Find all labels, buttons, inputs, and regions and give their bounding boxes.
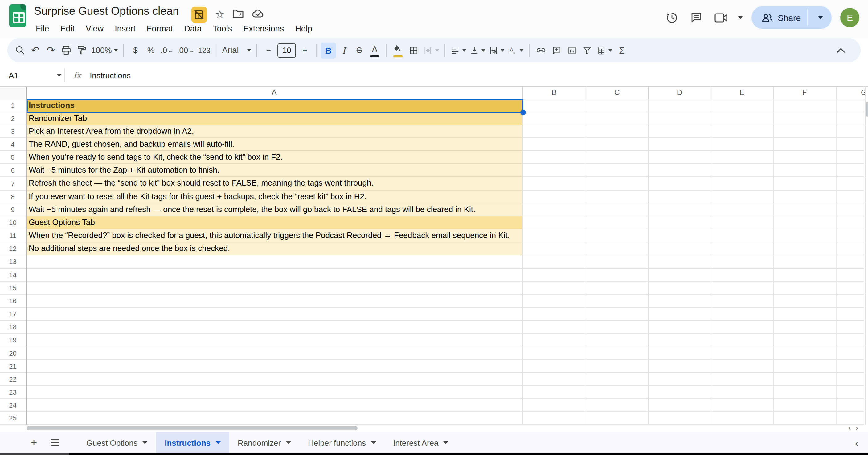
cell-G7[interactable] [836, 177, 865, 190]
cell-B20[interactable] [523, 347, 586, 360]
cell-G2[interactable] [836, 112, 865, 125]
print-icon[interactable] [59, 42, 74, 58]
cell-F10[interactable] [773, 216, 836, 229]
cell-E9[interactable] [711, 204, 773, 216]
row-header-19[interactable]: 19 [0, 334, 26, 347]
cell-B10[interactable] [523, 216, 586, 229]
format-currency-button[interactable]: $ [128, 42, 143, 58]
text-rotation-button[interactable]: A [506, 42, 525, 58]
cell-D16[interactable] [648, 295, 711, 308]
cell-G25[interactable] [836, 412, 865, 425]
meet-dropdown-caret-icon[interactable] [738, 16, 743, 19]
cell-F25[interactable] [773, 412, 836, 425]
cell-E16[interactable] [711, 295, 773, 308]
share-button[interactable]: Share [751, 6, 832, 29]
star-icon[interactable]: ☆ [215, 6, 225, 23]
cell-C21[interactable] [586, 360, 649, 373]
cell-G23[interactable] [836, 386, 865, 399]
cell-E2[interactable] [711, 112, 773, 125]
cell-G10[interactable] [836, 216, 865, 229]
cell-B21[interactable] [523, 360, 586, 373]
cell-C1[interactable] [586, 99, 649, 112]
cell-D8[interactable] [648, 190, 711, 203]
row-header-12[interactable]: 12 [0, 242, 26, 255]
cell-E20[interactable] [711, 347, 773, 360]
cell-B5[interactable] [523, 151, 586, 164]
cell-F24[interactable] [773, 399, 836, 412]
cell-D21[interactable] [648, 360, 711, 373]
cell-B3[interactable] [523, 125, 586, 138]
vertical-scrollbar[interactable] [865, 87, 868, 425]
cell-D25[interactable] [648, 412, 711, 425]
tabbar-collapse-icon[interactable]: ‹ [855, 437, 858, 448]
cell-D24[interactable] [648, 399, 711, 412]
cell-A19[interactable] [26, 334, 523, 347]
cell-B11[interactable] [523, 229, 586, 242]
comments-icon[interactable] [688, 9, 704, 26]
cell-F12[interactable] [773, 242, 836, 255]
cell-A17[interactable] [26, 308, 523, 321]
cell-B8[interactable] [523, 190, 586, 203]
cell-D5[interactable] [648, 151, 711, 164]
name-box-caret-icon[interactable] [57, 74, 62, 77]
undo-icon[interactable]: ↶ [28, 42, 43, 58]
cell-F6[interactable] [773, 164, 836, 177]
cell-F20[interactable] [773, 347, 836, 360]
strikethrough-button[interactable]: S [351, 42, 367, 58]
fill-color-button[interactable] [390, 42, 406, 58]
cell-F19[interactable] [773, 334, 836, 347]
cell-B14[interactable] [523, 269, 586, 281]
cell-D17[interactable] [648, 308, 711, 321]
row-header-8[interactable]: 8 [0, 190, 26, 203]
cell-C2[interactable] [586, 112, 649, 125]
sheet-tab-caret-icon[interactable] [143, 442, 147, 444]
cell-B17[interactable] [523, 308, 586, 321]
insert-chart-icon[interactable] [564, 42, 580, 58]
column-header-B[interactable]: B [523, 87, 586, 98]
cell-E6[interactable] [711, 164, 773, 177]
cell-F5[interactable] [773, 151, 836, 164]
cell-D20[interactable] [648, 347, 711, 360]
cell-F7[interactable] [773, 177, 836, 190]
row-header-24[interactable]: 24 [0, 399, 26, 412]
paint-format-icon[interactable] [74, 42, 89, 58]
cell-F11[interactable] [773, 229, 836, 242]
cell-G17[interactable] [836, 308, 865, 321]
cell-B25[interactable] [523, 412, 586, 425]
cell-A15[interactable] [26, 281, 523, 294]
cell-G4[interactable] [836, 138, 865, 151]
cell-E11[interactable] [711, 229, 773, 242]
functions-button[interactable]: Σ [614, 42, 629, 58]
name-box[interactable]: A1 [0, 70, 62, 80]
cells-area[interactable]: InstructionsRandomizer TabPick an Intere… [26, 99, 865, 425]
cell-F23[interactable] [773, 386, 836, 399]
cell-B22[interactable] [523, 373, 586, 386]
cell-F9[interactable] [773, 204, 836, 216]
sheet-tab-guest-options[interactable]: Guest Options [78, 432, 156, 453]
cell-E5[interactable] [711, 151, 773, 164]
cell-D7[interactable] [648, 177, 711, 190]
menu-help[interactable]: Help [289, 22, 318, 35]
cell-E4[interactable] [711, 138, 773, 151]
cell-A14[interactable] [26, 269, 523, 281]
row-header-14[interactable]: 14 [0, 269, 26, 281]
select-all-corner[interactable] [0, 87, 26, 99]
cell-A2[interactable]: Randomizer Tab [26, 112, 523, 125]
font-size-input[interactable]: 10 [277, 43, 296, 58]
cell-D2[interactable] [648, 112, 711, 125]
insert-link-icon[interactable] [533, 42, 549, 58]
row-header-22[interactable]: 22 [0, 373, 26, 386]
borders-button[interactable] [406, 42, 421, 58]
row-header-3[interactable]: 3 [0, 125, 26, 138]
cell-D23[interactable] [648, 386, 711, 399]
cell-G20[interactable] [836, 347, 865, 360]
all-sheets-icon[interactable] [44, 439, 65, 446]
menu-file[interactable]: File [30, 22, 55, 35]
row-header-4[interactable]: 4 [0, 138, 26, 151]
cell-A18[interactable] [26, 321, 523, 334]
cell-G11[interactable] [836, 229, 865, 242]
cell-E22[interactable] [711, 373, 773, 386]
cell-A13[interactable] [26, 255, 523, 269]
row-header-20[interactable]: 20 [0, 347, 26, 360]
cell-E1[interactable] [711, 99, 773, 112]
